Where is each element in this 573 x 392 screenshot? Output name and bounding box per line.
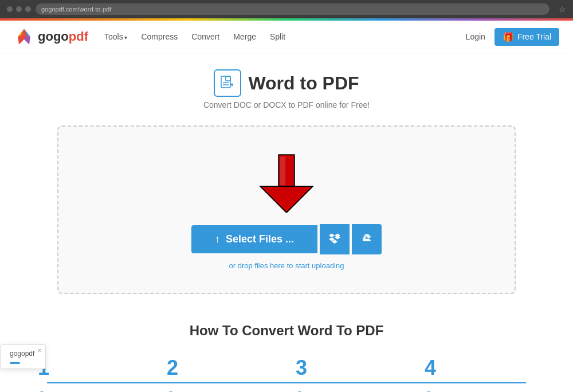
toast-label: gogopdf <box>10 350 36 358</box>
nav-right: Login 🎁 Free Trial <box>466 28 559 46</box>
svg-marker-10 <box>260 186 313 213</box>
toast-notification: ✕ gogopdf <box>0 344 46 369</box>
login-button[interactable]: Login <box>466 32 485 41</box>
select-files-row: ↑ Select Files ... <box>70 224 503 254</box>
page-title: Word to PDF <box>248 73 359 94</box>
logo-icon <box>14 26 34 47</box>
step-1: 1 Get the Word document from your device… <box>29 356 158 392</box>
svg-rect-6 <box>226 76 230 81</box>
step-1-number: 1 <box>38 356 148 380</box>
browser-dot <box>7 6 13 12</box>
step-2-number: 2 <box>167 356 277 380</box>
doc-icon-svg <box>219 75 236 91</box>
dropbox-icon <box>329 232 340 244</box>
svg-rect-13 <box>280 156 285 185</box>
page-subtitle: Convert DOC or DOCX to PDF online for Fr… <box>11 100 562 109</box>
nav-compress[interactable]: Compress <box>141 32 178 41</box>
main-content: Word to PDF Convert DOC or DOCX to PDF o… <box>0 53 573 305</box>
nav-links: Tools Compress Convert Merge Split <box>104 32 285 41</box>
nav-split[interactable]: Split <box>270 32 285 41</box>
nav-tools[interactable]: Tools <box>104 32 127 41</box>
nav-convert[interactable]: Convert <box>191 32 219 41</box>
step-2: 2 gogopdf will begin the process. <box>158 356 286 392</box>
navbar: gogopdf Tools Compress Convert Merge Spl… <box>0 21 573 53</box>
how-to-title: How To Convert Word To PDF <box>11 323 562 339</box>
toast-close-button[interactable]: ✕ <box>37 347 42 354</box>
browser-window-controls <box>7 6 31 12</box>
dropbox-button[interactable] <box>320 224 350 254</box>
step-4-number: 4 <box>425 356 535 380</box>
toast-progress-bar <box>10 362 20 364</box>
select-files-button[interactable]: ↑ Select Files ... <box>191 225 317 253</box>
step-3: 3 Wait until the converter turns your Wo… <box>286 356 415 392</box>
logo[interactable]: gogopdf <box>14 26 88 47</box>
google-drive-button[interactable] <box>352 224 382 254</box>
browser-dot <box>25 6 31 12</box>
steps-container: 1 Get the Word document from your device… <box>29 356 544 392</box>
big-arrow <box>70 150 503 213</box>
drop-hint-text: or drop files here to start uploading <box>70 261 503 270</box>
nav-merge[interactable]: Merge <box>233 32 256 41</box>
logo-text: gogopdf <box>38 29 88 44</box>
bookmark-star-icon[interactable]: ☆ <box>559 5 566 14</box>
select-files-label: Select Files ... <box>226 233 294 245</box>
down-arrow-icon <box>258 150 315 213</box>
url-text: gogopdf.com/word-to-pdf <box>41 6 111 13</box>
upload-icon: ↑ <box>215 233 220 245</box>
browser-chrome: gogopdf.com/word-to-pdf ☆ <box>0 0 573 18</box>
word-doc-icon <box>214 69 241 97</box>
url-bar[interactable]: gogopdf.com/word-to-pdf <box>36 3 550 15</box>
google-drive-icon <box>361 232 372 244</box>
step-4: 4 Download and save your new PDF file on… <box>415 356 544 392</box>
how-to-section: How To Convert Word To PDF 1 Get the Wor… <box>0 305 573 392</box>
free-trial-label: Free Trial <box>517 32 551 41</box>
gift-icon: 🎁 <box>503 32 514 42</box>
page-header: Word to PDF <box>11 69 562 97</box>
free-trial-button[interactable]: 🎁 Free Trial <box>494 28 559 46</box>
step-3-number: 3 <box>296 356 406 380</box>
browser-dot <box>16 6 22 12</box>
drop-zone[interactable]: ↑ Select Files ... or drop files here to… <box>57 126 516 294</box>
